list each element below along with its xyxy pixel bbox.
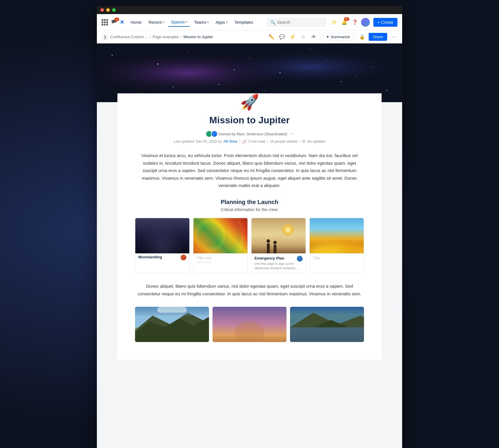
card-title: Emergency Plan [254, 256, 284, 260]
nav-teams[interactable]: Teams ▾ [191, 18, 211, 26]
breadcrumb-item-1[interactable]: Confluence Custom ... [110, 35, 148, 39]
nav-templates[interactable]: Templates [232, 18, 256, 26]
card-image [252, 218, 306, 253]
chevron-down-icon: ▾ [186, 20, 187, 23]
last-updated-text: Last updated: Dec 05, 2023 by [174, 139, 222, 144]
maximize-button[interactable] [112, 8, 116, 12]
card-info: Title now some text [193, 253, 247, 266]
image-sunset [213, 307, 286, 342]
ai-button[interactable]: ✨ [329, 18, 338, 27]
svg-rect-28 [290, 327, 364, 342]
minimize-button[interactable] [106, 8, 110, 12]
card-flowers[interactable]: Title [309, 218, 364, 273]
chevron-down-icon: ▾ [163, 21, 164, 24]
page-meta2: Last updated: Dec 05, 2023 by Alli Shea … [135, 139, 364, 144]
section-title: Planning the Launch [135, 199, 364, 206]
card-info: Emergency Plan Use this page to sign up … [252, 253, 306, 273]
svg-point-16 [326, 61, 326, 61]
nav-apps[interactable]: Apps ▾ [213, 18, 230, 26]
nav-spaces[interactable]: Spaces ▾ [168, 18, 190, 27]
card-food[interactable]: Title now some text [193, 218, 248, 273]
star-button[interactable]: ☆ [299, 33, 307, 41]
breadcrumb-bar: ❯ Confluence Custom ... / Page examples … [97, 31, 402, 43]
svg-point-9 [279, 72, 281, 73]
chevron-down-icon: ▾ [226, 21, 227, 24]
sun-graphic [282, 224, 294, 236]
card-avatar [181, 255, 186, 260]
read-time-text: 2 min read [249, 139, 265, 144]
search-input[interactable] [277, 20, 323, 25]
restrict-button[interactable]: 🔒 [358, 33, 366, 41]
meta-more-button[interactable]: ··· [289, 131, 293, 137]
author-avatars [205, 130, 216, 137]
svg-point-7 [219, 84, 220, 85]
summarize-button[interactable]: ✦ Summarize [323, 33, 353, 41]
nav-home[interactable]: Home [128, 18, 144, 26]
image-lake [290, 307, 364, 342]
read-time-icon: 📈 [242, 139, 247, 144]
page-emoji: 🚀 [135, 93, 364, 111]
view-button[interactable]: 👁 [310, 33, 318, 41]
notifications-button[interactable]: 🔔 9+ [340, 18, 349, 27]
page-content: 🚀 Mission to Jupiter Owned by Marc Jenki… [97, 43, 402, 448]
outro-paragraph: Donec aliquet, libero quis bibendum vari… [135, 282, 364, 297]
card-image [135, 218, 189, 253]
comment-button[interactable]: 💬 [278, 33, 286, 41]
breadcrumb-separator: / [181, 35, 182, 39]
updates-text: No updates [307, 139, 325, 144]
more-options-button[interactable]: ··· [390, 33, 397, 41]
user-avatar[interactable] [361, 18, 370, 27]
lightning-button[interactable]: ⚡ [289, 33, 297, 41]
share-button[interactable]: Share [369, 33, 387, 41]
breadcrumb-item-2[interactable]: Page examples [153, 35, 179, 39]
close-button[interactable] [100, 8, 104, 12]
svg-point-19 [264, 90, 265, 91]
section-subtitle: Critical information for the crew: [135, 207, 364, 212]
grid-icon[interactable] [102, 19, 108, 26]
svg-point-12 [371, 67, 372, 67]
search-bar[interactable]: 🔍 [267, 18, 326, 26]
nav-icons: ✨ 🔔 9+ ❓ [329, 18, 370, 27]
svg-point-5 [157, 63, 159, 65]
svg-point-17 [356, 75, 357, 76]
svg-rect-24 [157, 307, 187, 313]
nav-recent[interactable]: Recent ▾ [146, 18, 167, 26]
card-description: Use this page to sign up for observing r… [254, 262, 303, 271]
svg-point-11 [341, 81, 342, 82]
svg-point-18 [173, 87, 174, 88]
titlebar [97, 6, 402, 14]
author-link[interactable]: Alli Shea [223, 139, 237, 144]
card-info: Title [310, 253, 364, 262]
page-meta: Owned by Marc Jenkinson (Deactivated) ··… [135, 130, 364, 137]
svg-point-4 [133, 78, 134, 79]
navbar: 🏴 2 ✕ Home Recent ▾ Spaces ▾ Teams ▾ App… [97, 14, 402, 31]
avatar-2 [211, 130, 218, 137]
divider [355, 34, 356, 40]
svg-point-15 [234, 70, 235, 70]
flag-badge[interactable]: 🏴 2 [110, 19, 117, 26]
card-placeholder-desc: some text [196, 260, 245, 264]
svg-point-3 [112, 55, 113, 56]
chevron-down-icon: ▾ [207, 21, 209, 24]
svg-point-8 [249, 58, 250, 58]
app-window: 🏴 2 ✕ Home Recent ▾ Spaces ▾ Teams ▾ App… [97, 6, 402, 448]
card-footer: Moonlanding [135, 253, 189, 263]
divider [320, 34, 321, 40]
sidebar-collapse-button[interactable]: ❯ [102, 33, 109, 41]
page-body: 🚀 Mission to Jupiter Owned by Marc Jenki… [117, 93, 382, 360]
cards-grid: Moonlanding Title now some text [135, 218, 364, 273]
svg-point-6 [188, 52, 189, 53]
notification-badge: 9+ [344, 17, 349, 21]
intro-paragraph: Vivamus et luctus arcu, eu vehicula tort… [135, 152, 364, 189]
card-title: Moonlanding [138, 255, 162, 259]
edit-button[interactable]: ✏️ [267, 33, 276, 41]
help-button[interactable]: ❓ [350, 18, 359, 27]
breadcrumb-current: Mission to Jupiter [183, 35, 213, 39]
sparkle-icon: ✦ [326, 35, 329, 39]
card-moonlanding[interactable]: Moonlanding [135, 218, 190, 273]
create-button[interactable]: + Create [373, 18, 397, 27]
card-emergency[interactable]: Emergency Plan Use this page to sign up … [251, 218, 306, 273]
svg-point-10 [310, 49, 311, 50]
svg-point-13 [386, 90, 387, 91]
app-logo[interactable]: ✕ [120, 19, 124, 26]
